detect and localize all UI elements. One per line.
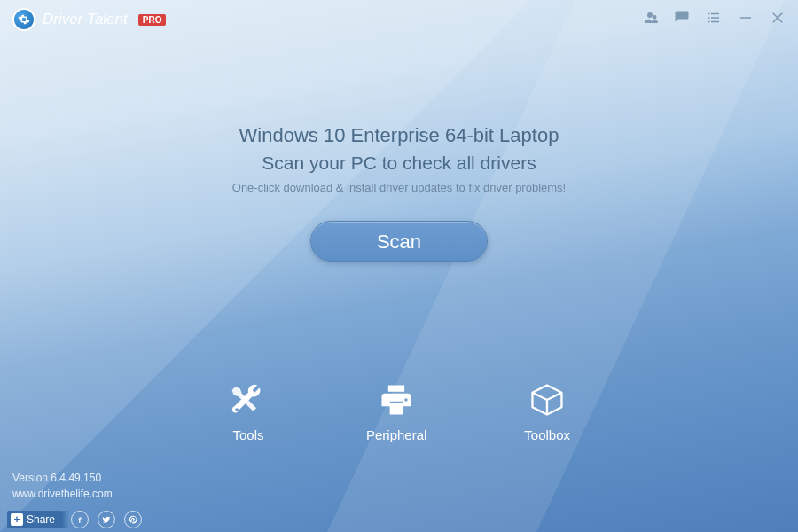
twitter-icon[interactable] [98, 511, 115, 528]
nav-toolbox[interactable]: Toolbox [524, 379, 570, 443]
facebook-icon[interactable] [71, 511, 89, 528]
share-label: Share [27, 513, 55, 526]
menu-icon[interactable] [706, 10, 722, 29]
gear-icon [12, 8, 35, 31]
box-icon [527, 379, 567, 420]
printer-icon [376, 379, 417, 420]
nav-tools-label: Tools [232, 427, 263, 442]
scan-message: Scan your PC to check all drivers [0, 153, 798, 174]
bottom-nav: Tools Peripheral Toolbox [228, 379, 570, 443]
share-bar: + Share [0, 507, 142, 532]
nav-tools[interactable]: Tools [228, 379, 269, 443]
nav-peripheral[interactable]: Peripheral [366, 379, 426, 443]
share-button[interactable]: + Share [7, 511, 62, 528]
scan-button[interactable]: Scan [310, 221, 488, 262]
tools-icon [228, 379, 269, 420]
svg-rect-0 [740, 17, 751, 19]
app-logo-group: Driver Talent PRO [12, 8, 166, 31]
plus-icon: + [11, 513, 23, 526]
pinterest-icon[interactable] [124, 511, 142, 528]
subtext: One-click download & install driver upda… [0, 181, 798, 194]
footer-info: Version 6.4.49.150 www.drivethelife.com [12, 470, 113, 502]
system-info: Windows 10 Enterprise 64-bit Laptop [0, 124, 798, 147]
pro-badge: PRO [138, 14, 167, 26]
minimize-icon[interactable] [738, 10, 754, 29]
main-panel: Windows 10 Enterprise 64-bit Laptop Scan… [0, 124, 798, 262]
version-text: Version 6.4.49.150 [12, 470, 113, 486]
close-icon[interactable] [770, 10, 786, 29]
window-controls [642, 10, 786, 29]
nav-peripheral-label: Peripheral [366, 427, 426, 442]
account-icon[interactable] [642, 10, 658, 29]
feedback-icon[interactable] [674, 10, 690, 29]
app-title: Driver Talent [43, 11, 128, 28]
website-link[interactable]: www.drivethelife.com [12, 486, 113, 502]
nav-toolbox-label: Toolbox [524, 427, 570, 442]
titlebar: Driver Talent PRO [0, 0, 798, 39]
